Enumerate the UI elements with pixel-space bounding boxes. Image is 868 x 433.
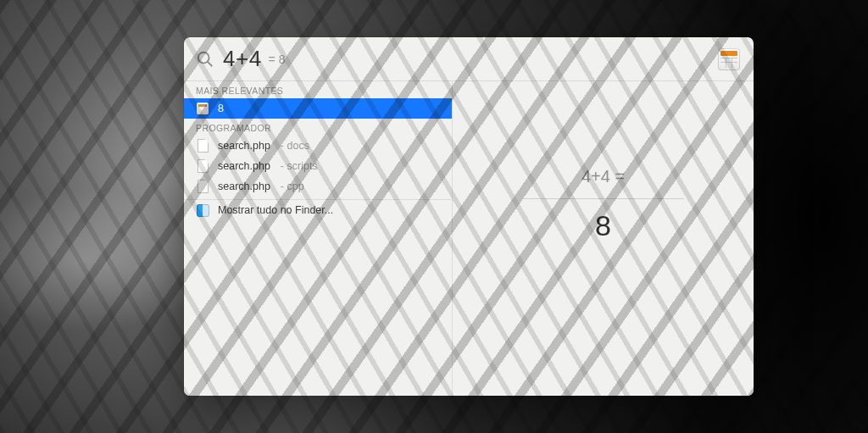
spotlight-panel: 4+4 = 8 MAIS RELEVANTES 8 PROGRAMADOR se… — [184, 37, 754, 396]
result-label: search.php — [218, 160, 270, 172]
result-label: search.php — [218, 140, 270, 152]
calculator-icon — [718, 48, 740, 70]
calculator-mini-icon — [196, 102, 209, 115]
result-file[interactable]: search.php - cpp — [184, 176, 452, 197]
show-all-label: Mostrar tudo no Finder... — [218, 204, 333, 216]
svg-line-1 — [208, 61, 212, 65]
result-calculator[interactable]: 8 — [184, 98, 452, 119]
search-inline-result: = 8 — [269, 53, 286, 66]
preview-result: 8 — [595, 209, 611, 242]
finder-icon — [196, 203, 209, 217]
desktop-wallpaper: 4+4 = 8 MAIS RELEVANTES 8 PROGRAMADOR se… — [0, 0, 868, 433]
section-header-programador: PROGRAMADOR — [184, 119, 452, 136]
result-sublabel: - docs — [281, 140, 309, 152]
document-icon — [196, 180, 209, 193]
search-input[interactable]: 4+4 — [223, 46, 262, 72]
svg-point-0 — [198, 52, 209, 63]
preview-pane: 4+4 = 8 — [453, 81, 754, 396]
result-file[interactable]: search.php - scripts — [184, 156, 452, 176]
result-label: 8 — [218, 103, 224, 114]
result-file[interactable]: search.php - docs — [184, 136, 452, 156]
document-icon — [196, 139, 209, 153]
section-header-mais-relevantes: MAIS RELEVANTES — [184, 81, 452, 98]
preview-divider — [523, 198, 684, 199]
show-all-in-finder[interactable]: Mostrar tudo no Finder... — [184, 200, 452, 220]
result-sublabel: - cpp — [281, 180, 304, 192]
spotlight-header: 4+4 = 8 — [184, 37, 754, 81]
results-list: MAIS RELEVANTES 8 PROGRAMADOR search.php… — [184, 81, 453, 396]
search-icon — [196, 50, 214, 69]
result-sublabel: - scripts — [281, 160, 318, 172]
preview-expression: 4+4 = — [581, 167, 625, 186]
spotlight-body: MAIS RELEVANTES 8 PROGRAMADOR search.php… — [184, 81, 754, 396]
document-icon — [196, 159, 209, 173]
result-label: search.php — [218, 180, 270, 192]
